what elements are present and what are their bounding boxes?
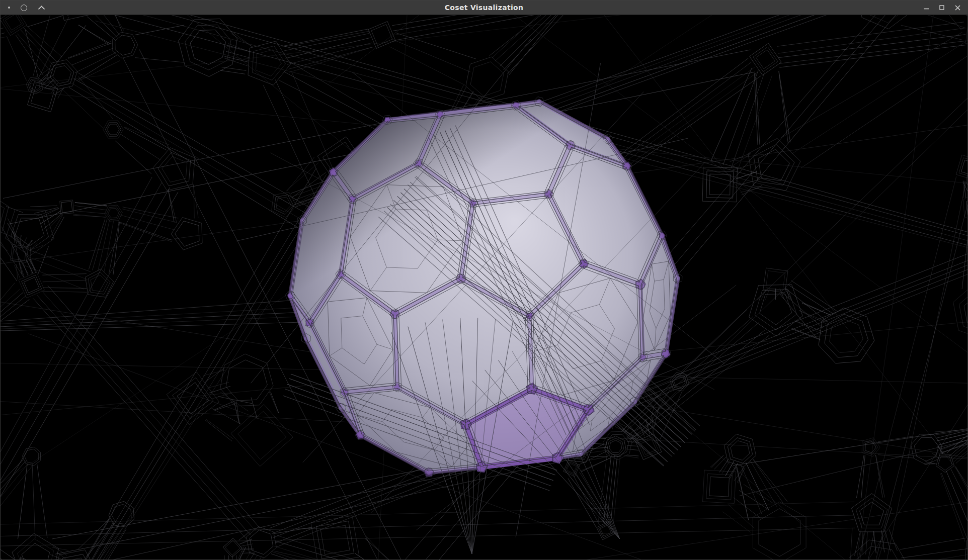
coset-graph-canvas xyxy=(1,15,967,559)
chevron-up-icon[interactable] xyxy=(38,6,45,10)
app-window: Coset Visualization xyxy=(0,0,968,560)
minimize-button[interactable] xyxy=(923,5,929,11)
titlebar-left-icons xyxy=(1,1,45,15)
coset-sphere xyxy=(285,97,682,477)
record-circle-icon[interactable] xyxy=(21,5,27,11)
3d-viewport[interactable] xyxy=(1,15,967,559)
maximize-button[interactable] xyxy=(939,5,945,11)
menu-dot-icon[interactable] xyxy=(8,7,10,9)
window-title: Coset Visualization xyxy=(1,1,967,15)
window-controls xyxy=(923,1,967,15)
close-button[interactable] xyxy=(954,5,961,11)
titlebar: Coset Visualization xyxy=(1,1,967,15)
